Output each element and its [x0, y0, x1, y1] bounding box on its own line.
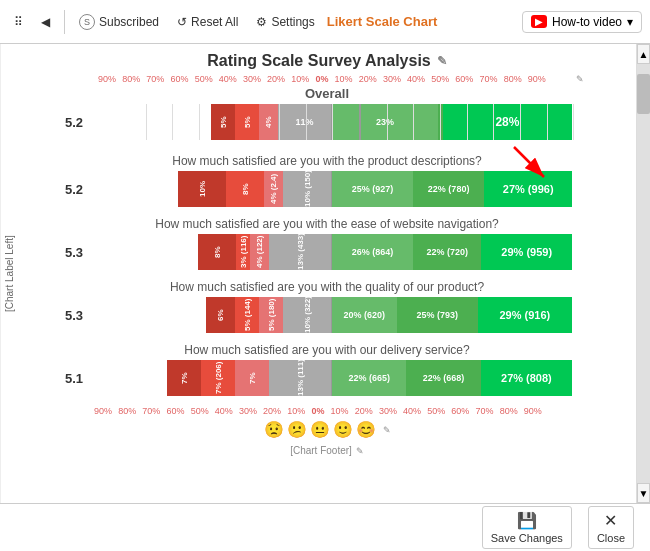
left-nav: 8% 3% (116) 4% (122) 13% (433) [92, 234, 331, 270]
axis-edit-icon[interactable]: ✎ [576, 74, 584, 84]
scroll-up-button[interactable]: ▲ [637, 44, 650, 64]
scroll-down-button[interactable]: ▼ [637, 483, 650, 503]
subscribed-label: Subscribed [99, 15, 159, 29]
title-edit-icon[interactable]: ✎ [437, 54, 447, 68]
footer-icon-2[interactable]: 😕 [287, 420, 307, 439]
footer-label-edit[interactable]: ✎ [356, 446, 364, 456]
left-delivery: 7% 7% (206) 7% 13% (111) [92, 360, 331, 396]
overall-left-bars: 5% 5% 4% 11% [92, 104, 331, 140]
bar-row-delivery: 5.1 7% 7% (206) 7% 13% (111) 22% (665) 2… [22, 360, 632, 396]
chart-title: Rating Scale Survey Analysis ✎ [22, 52, 632, 70]
seg-dr-desc: 10% [178, 171, 226, 207]
how-to-button[interactable]: ▶ How-to video ▾ [522, 11, 642, 33]
chart-type-title[interactable]: Likert Scale Chart [327, 14, 438, 29]
bar-row-nav: 5.3 8% 3% (116) 4% (122) 13% (433) 26% (… [22, 234, 632, 270]
axis-row-top: 90% 80% 70% 60% 50% 40% 30% 20% 10% 0% 1… [22, 74, 632, 84]
scroll-thumb[interactable] [637, 74, 650, 114]
bar-row-descriptions: 5.2 10% 8% 4% (2.4) 10% (150) 25% (927) … [22, 171, 632, 207]
right-delivery: 22% (665) 22% (668) 27% (808) [332, 360, 572, 396]
left-quality: 6% 5% (144) 5% (180) 10% (322) [92, 297, 331, 333]
section-label-quality: How much satisfied are you with the qual… [22, 280, 632, 294]
section-label-nav: How much satisfied are you with the ease… [22, 217, 632, 231]
overall-bar-row: 5.2 [22, 104, 632, 140]
seg-bg-desc: 27% (996) [484, 171, 572, 207]
right-quality: 20% (620) 25% (793) 29% (916) [332, 297, 572, 333]
bottom-bar: 💾 Save Changes ✕ Close [0, 503, 650, 551]
back-icon: ◀ [41, 15, 50, 29]
how-to-label: How-to video [552, 15, 622, 29]
bar-seg-darkred: 5% [211, 104, 235, 140]
footer-icon-4[interactable]: 🙂 [333, 420, 353, 439]
save-icon: 💾 [517, 511, 537, 530]
section-label-descriptions: How much satisfied are you with the prod… [22, 154, 632, 168]
axis-row-bottom: 90% 80% 70% 60% 50% 40% 30% 20% 10% 0% 1… [22, 406, 632, 416]
seg-lr-desc: 4% (2.4) [264, 171, 283, 207]
score-quality: 5.3 [60, 308, 88, 323]
score-nav: 5.3 [60, 245, 88, 260]
footer-edit-icon[interactable]: ✎ [383, 425, 391, 435]
axis-labels: 90% 80% 70% 60% 50% 40% 30% 20% 10% 0% 1… [70, 74, 574, 84]
overall-bar: 5% 5% 4% 11% 23% 28% [92, 104, 572, 140]
footer-icon-3[interactable]: 😐 [310, 420, 330, 439]
bar-seg-gray: 11% [278, 104, 331, 140]
footer-icon-5[interactable]: 😊 [356, 420, 376, 439]
bar-nav: 8% 3% (116) 4% (122) 13% (433) 26% (864)… [92, 234, 572, 270]
section-quality: How much satisfied are you with the qual… [22, 280, 632, 333]
toolbar: ⠿ ◀ S Subscribed ↺ Reset All ⚙ Settings … [0, 0, 650, 44]
score-delivery: 5.1 [60, 371, 88, 386]
drag-icon: ⠿ [14, 15, 23, 29]
section-label-delivery: How much satisfied are you with our deli… [22, 343, 632, 357]
bar-seg-brightgreen: 28% [443, 104, 572, 140]
dropdown-icon: ▾ [627, 15, 633, 29]
subscribed-icon: S [79, 14, 95, 30]
bar-seg-lightgreen: 23% [332, 104, 438, 140]
save-label: Save Changes [491, 532, 563, 544]
seg-lg-desc: 25% (927) [332, 171, 413, 207]
main-area: [Chart Label Left] Rating Scale Survey A… [0, 44, 650, 503]
scrollbar: ▲ ▼ [636, 44, 650, 503]
footer-label: [Chart Footer] [290, 445, 352, 456]
overall-label: Overall [22, 86, 632, 101]
chart-left-label: [Chart Label Left] [0, 44, 18, 503]
bar-quality: 6% 5% (144) 5% (180) 10% (322) 20% (620)… [92, 297, 572, 333]
bar-seg-lightred: 4% [259, 104, 278, 140]
subscribed-button[interactable]: S Subscribed [73, 11, 165, 33]
back-button[interactable]: ◀ [35, 12, 56, 32]
close-icon: ✕ [604, 511, 617, 530]
youtube-icon: ▶ [531, 15, 547, 28]
seg-g-desc: 10% (150) [283, 171, 331, 207]
save-button[interactable]: 💾 Save Changes [482, 506, 572, 549]
chart-area[interactable]: Rating Scale Survey Analysis ✎ 90% 80% 7… [18, 44, 636, 503]
footer-icon-1[interactable]: 😟 [264, 420, 284, 439]
close-label: Close [597, 532, 625, 544]
overall-score: 5.2 [60, 115, 88, 130]
separator [64, 10, 65, 34]
settings-label: Settings [271, 15, 314, 29]
settings-icon: ⚙ [256, 15, 267, 29]
seg-r-desc: 8% [226, 171, 264, 207]
axis-labels-bottom: 90% 80% 70% 60% 50% 40% 30% 20% 10% 0% 1… [66, 406, 570, 416]
reset-button[interactable]: ↺ Reset All [171, 12, 244, 32]
overall-right-bars: 23% 28% [332, 104, 572, 140]
drag-handle[interactable]: ⠿ [8, 12, 29, 32]
section-navigation: How much satisfied are you with the ease… [22, 217, 632, 270]
reset-icon: ↺ [177, 15, 187, 29]
section-descriptions: How much satisfied are you with the prod… [22, 154, 632, 207]
settings-button[interactable]: ⚙ Settings [250, 12, 320, 32]
bar-row-quality: 5.3 6% 5% (144) 5% (180) 10% (322) 20% (… [22, 297, 632, 333]
section-delivery: How much satisfied are you with our deli… [22, 343, 632, 396]
bar-seg-red: 5% [235, 104, 259, 140]
bar-descriptions: 10% 8% 4% (2.4) 10% (150) 25% (927) 22% … [92, 171, 572, 207]
reset-label: Reset All [191, 15, 238, 29]
right-nav: 26% (864) 22% (720) 29% (959) [332, 234, 572, 270]
scroll-track[interactable] [637, 64, 650, 483]
score-descriptions: 5.2 [60, 182, 88, 197]
left-descriptions: 10% 8% 4% (2.4) 10% (150) [92, 171, 331, 207]
seg-mg-desc: 22% (780) [413, 171, 484, 207]
footer-icons-row: 😟 😕 😐 🙂 😊 ✎ [22, 420, 632, 439]
close-button[interactable]: ✕ Close [588, 506, 634, 549]
chart-footer: [Chart Footer] ✎ [22, 445, 632, 456]
bar-delivery: 7% 7% (206) 7% 13% (111) 22% (665) 22% (… [92, 360, 572, 396]
right-descriptions: 25% (927) 22% (780) 27% (996) [332, 171, 572, 207]
